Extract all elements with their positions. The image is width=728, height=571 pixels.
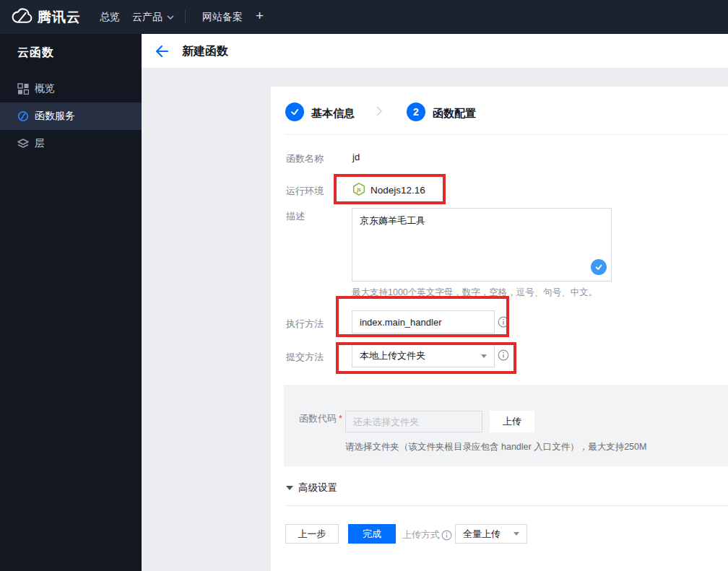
function-name-value: jd xyxy=(352,152,360,162)
function-code-helper-text: 请选择文件夹（该文件夹根目录应包含 handler 入口文件），最大支持250M xyxy=(345,441,646,453)
runtime-value: Nodejs12.16 xyxy=(370,185,425,196)
nav-add-tab-button[interactable]: + xyxy=(256,8,264,24)
nav-divider xyxy=(185,10,186,23)
previous-step-button[interactable]: 上一步 xyxy=(285,524,339,544)
sidebar-item-layers[interactable]: 层 xyxy=(0,130,142,157)
description-textarea[interactable]: 京东薅羊毛工具 xyxy=(352,208,612,282)
upload-mode-select[interactable]: 全量上传 xyxy=(455,524,527,544)
chevron-down-icon xyxy=(167,15,174,19)
runtime-label: 运行环境 xyxy=(286,185,324,198)
upload-mode-group: 上传方式 xyxy=(402,528,452,541)
upload-mode-value: 全量上传 xyxy=(463,528,500,541)
sidebar-item-label: 概览 xyxy=(35,82,55,95)
select-caret-icon xyxy=(481,354,487,358)
back-arrow-button[interactable] xyxy=(153,43,170,60)
info-icon[interactable] xyxy=(498,349,509,361)
function-service-icon xyxy=(17,110,29,122)
nav-products[interactable]: 云产品 xyxy=(132,11,174,24)
function-name-label: 函数名称 xyxy=(286,152,324,165)
page-title: 新建函数 xyxy=(182,44,228,59)
handler-input[interactable] xyxy=(352,310,495,334)
layers-icon xyxy=(17,138,29,149)
check-icon xyxy=(290,107,300,117)
submit-method-value: 本地上传文件夹 xyxy=(360,349,425,362)
handler-label: 执行方法 xyxy=(286,318,324,331)
nav-beian[interactable]: 网站备案 xyxy=(202,11,243,24)
step1-label: 基本信息 xyxy=(311,107,355,121)
function-code-label: 函数代码* xyxy=(299,412,342,425)
info-icon[interactable] xyxy=(441,530,452,541)
svg-text:js: js xyxy=(356,186,361,193)
description-label: 描述 xyxy=(286,210,305,223)
sidebar-item-label: 函数服务 xyxy=(35,110,75,123)
sidebar-menu: 概览 函数服务 层 xyxy=(0,75,142,157)
triangle-down-icon xyxy=(286,486,293,490)
advanced-settings-toggle[interactable]: 高级设置 xyxy=(286,481,337,494)
function-code-label-text: 函数代码 xyxy=(299,413,337,424)
sidebar: 云函数 概览 函数服务 xyxy=(0,34,142,571)
step2-number-badge: 2 xyxy=(407,103,425,121)
folder-path-input xyxy=(345,411,482,432)
valid-check-icon xyxy=(591,259,607,275)
description-helper-text: 最大支持1000个英文字母，数字，空格，逗号、句号、中文。 xyxy=(352,287,597,299)
page-header xyxy=(142,34,728,69)
tencent-cloud-console: 腾讯云 总览 云产品 网站备案 + 云函数 概览 xyxy=(0,0,728,571)
info-icon[interactable] xyxy=(498,316,509,328)
upload-mode-label: 上传方式 xyxy=(402,528,440,541)
stepper-divider xyxy=(285,134,728,135)
nodejs-icon: js xyxy=(352,182,366,196)
grid-icon xyxy=(17,83,29,95)
sidebar-title: 云函数 xyxy=(17,45,54,61)
brand-title: 腾讯云 xyxy=(38,8,81,27)
step-chevron-icon xyxy=(376,106,382,116)
nav-products-label: 云产品 xyxy=(132,11,162,24)
footer-divider xyxy=(286,505,728,506)
top-nav: 腾讯云 总览 云产品 网站备案 + xyxy=(0,0,728,34)
submit-method-label: 提交方法 xyxy=(286,351,324,364)
select-caret-icon xyxy=(514,532,519,536)
upload-button[interactable]: 上传 xyxy=(490,411,534,432)
tencent-cloud-logo-icon xyxy=(10,6,35,27)
sidebar-item-function-service[interactable]: 函数服务 xyxy=(0,103,142,130)
required-asterisk: * xyxy=(339,413,342,424)
sidebar-item-overview[interactable]: 概览 xyxy=(0,75,142,103)
advanced-settings-label: 高级设置 xyxy=(298,481,337,494)
step2-label: 函数配置 xyxy=(433,107,476,121)
finish-button[interactable]: 完成 xyxy=(348,524,396,544)
form-card xyxy=(271,87,728,571)
step1-done-icon xyxy=(285,103,304,121)
nav-overview[interactable]: 总览 xyxy=(100,11,120,24)
submit-method-select[interactable]: 本地上传文件夹 xyxy=(352,344,495,367)
sidebar-item-label: 层 xyxy=(35,137,45,150)
